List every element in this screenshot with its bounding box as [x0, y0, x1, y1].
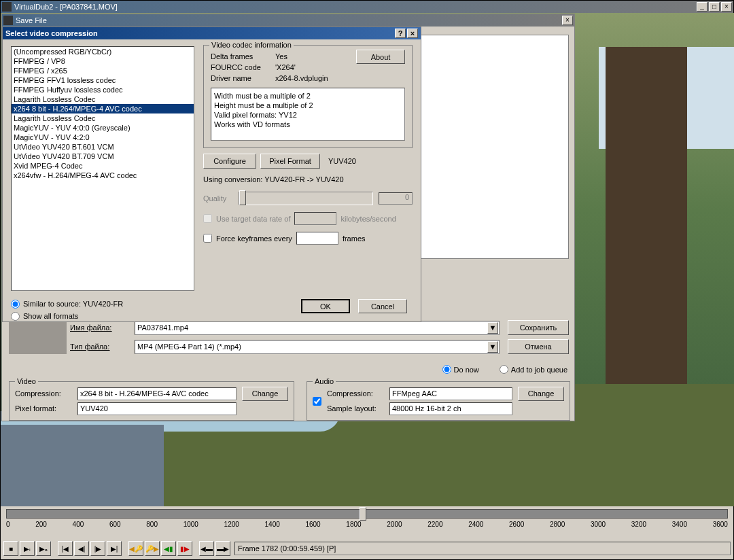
next-scene-button[interactable]: ▮▶	[177, 541, 192, 556]
codec-list-item[interactable]: UtVideo YUV420 BT.601 VCM	[12, 142, 194, 152]
target-rate-checkbox	[203, 214, 212, 223]
configure-button[interactable]: Configure	[203, 154, 256, 169]
codec-list-item[interactable]: Lagarith Lossless Codec	[12, 113, 194, 123]
filename-label: Имя файла:	[70, 323, 135, 332]
video-compression-field: x264 8 bit - H.264/MPEG-4 AVC codec	[77, 387, 237, 400]
add-queue-radio[interactable]: Add to job queue	[500, 365, 567, 374]
quality-value: 0	[379, 192, 413, 205]
codec-list-item[interactable]: x264vfw - H.264/MPEG-4 AVC codec	[12, 171, 194, 180]
filename-input[interactable]: PA037841.mp4 ▼	[135, 321, 500, 335]
frame-info: Frame 1782 (0:00:59.459) [P]	[234, 542, 731, 555]
cancel-codec-button[interactable]: Cancel	[358, 299, 407, 313]
codec-info-fieldset: Video codec information About Delta fram…	[203, 45, 413, 148]
codec-close-button[interactable]: ×	[407, 29, 418, 38]
filetype-label: Тип файла:	[70, 343, 135, 351]
dropdown-arrow-icon[interactable]: ▼	[487, 322, 498, 334]
pixel-format-button[interactable]: Pixel Format	[260, 154, 320, 169]
timeline[interactable]: 0200400600800100012001400160018002000220…	[6, 509, 728, 531]
target-rate-input	[294, 212, 336, 225]
play-output-button[interactable]: ▶ₒ	[36, 541, 51, 556]
sample-layout-field: 48000 Hz 16-bit 2 ch	[389, 402, 512, 415]
ok-button[interactable]: OK	[301, 299, 350, 313]
audio-compression-field: FFMpeg AAC	[389, 387, 512, 400]
video-change-button[interactable]: Change	[242, 387, 288, 401]
goto-end-button[interactable]: ▶|	[107, 541, 122, 556]
codec-dialog: Select video compression ? × (Uncompress…	[2, 27, 421, 322]
next-keyframe-button[interactable]: 🔑▶	[145, 541, 160, 556]
save-titlebar: Save File ×	[2, 14, 574, 27]
toolbar: ■ ▶ᵢ ▶ₒ |◀ ◀| |▶ ▶| ◀🔑 🔑▶ ◀▮ ▮▶ ◀▬ ▬▶ Fr…	[3, 540, 731, 557]
codec-list-item[interactable]: UtVideo YUV420 BT.709 VCM	[12, 152, 194, 161]
codec-list-item[interactable]: Lagarith Lossless Codec	[12, 94, 194, 104]
prev-keyframe-button[interactable]: ◀🔑	[128, 541, 143, 556]
main-titlebar: VirtualDub2 - [PA037841.MOV] _ □ ×	[1, 1, 733, 13]
cancel-button[interactable]: Отмена	[508, 339, 569, 354]
save-button[interactable]: Сохранить	[508, 320, 569, 335]
pixel-format-value: YUV420	[324, 157, 360, 165]
play-input-button[interactable]: ▶ᵢ	[20, 541, 35, 556]
help-button[interactable]: ?	[395, 29, 406, 38]
maximize-button[interactable]: □	[709, 2, 720, 12]
mark-out-button[interactable]: ▬▶	[215, 541, 230, 556]
conversion-label: Using conversion: YUV420-FR -> YUV420	[203, 175, 413, 183]
do-now-radio[interactable]: Do now	[442, 365, 479, 374]
audio-fieldset: Audio Compression: FFMpeg AAC Change Sam…	[307, 381, 570, 421]
step-forward-button[interactable]: |▶	[90, 541, 105, 556]
dialog-icon	[3, 16, 13, 25]
step-back-button[interactable]: ◀|	[74, 541, 89, 556]
audio-enable-checkbox[interactable]	[313, 397, 321, 406]
codec-list[interactable]: (Uncompressed RGB/YCbCr)FFMPEG / VP8FFMP…	[11, 46, 194, 291]
codec-list-item[interactable]: (Uncompressed RGB/YCbCr)	[12, 47, 194, 56]
filetype-select[interactable]: MP4 (MPEG-4 Part 14) (*.mp4) ▼	[135, 340, 500, 354]
codec-list-item[interactable]: FFMPEG / VP8	[12, 56, 194, 66]
show-all-radio[interactable]: Show all formats	[11, 310, 123, 322]
save-close-button[interactable]: ×	[562, 16, 573, 25]
codec-list-item[interactable]: Xvid MPEG-4 Codec	[12, 161, 194, 171]
keyframe-interval-input[interactable]	[296, 232, 338, 245]
mark-in-button[interactable]: ◀▬	[199, 541, 214, 556]
folder-preview	[9, 321, 67, 354]
quality-slider	[239, 192, 373, 205]
goto-start-button[interactable]: |◀	[58, 541, 73, 556]
dropdown-arrow-icon[interactable]: ▼	[487, 341, 498, 353]
timeline-ticks: 0200400600800100012001400160018002000220…	[6, 521, 728, 528]
codec-list-item[interactable]: x264 8 bit - H.264/MPEG-4 AVC codec	[12, 104, 194, 113]
timeline-track[interactable]	[6, 509, 728, 519]
similar-source-radio[interactable]: Similar to source: YUV420-FR	[11, 298, 123, 310]
codec-list-item[interactable]: FFMPEG FFV1 lossless codec	[12, 75, 194, 85]
timeline-thumb[interactable]	[360, 507, 366, 521]
force-keyframes-checkbox[interactable]	[203, 234, 212, 243]
close-button[interactable]: ×	[721, 2, 732, 12]
main-window: VirtualDub2 - [PA037841.MOV] _ □ × Save …	[0, 0, 734, 560]
video-fieldset: Video Compression: x264 8 bit - H.264/MP…	[9, 381, 294, 421]
codec-list-item[interactable]: MagicYUV - YUV 4:2:0	[12, 133, 194, 142]
stop-button[interactable]: ■	[3, 541, 18, 556]
codec-description: Width must be a multiple of 2Height must…	[211, 88, 405, 141]
pixel-format-field: YUV420	[77, 402, 237, 415]
about-button[interactable]: About	[356, 50, 405, 64]
minimize-button[interactable]: _	[697, 2, 707, 12]
audio-change-button[interactable]: Change	[518, 387, 564, 401]
app-icon	[2, 2, 12, 12]
codec-list-item[interactable]: FFMPEG Huffyuv lossless codec	[12, 85, 194, 94]
main-title: VirtualDub2 - [PA037841.MOV]	[14, 3, 697, 11]
save-file-dialog: Save File × Имя файла: PA037841.mp4 ▼ Со…	[1, 14, 575, 421]
codec-list-item[interactable]: MagicYUV - YUV 4:0:0 (Greyscale)	[12, 123, 194, 133]
save-title: Save File	[16, 16, 562, 24]
codec-list-item[interactable]: FFMPEG / x265	[12, 66, 194, 75]
codec-titlebar: Select video compression ? ×	[3, 27, 421, 39]
prev-scene-button[interactable]: ◀▮	[161, 541, 176, 556]
